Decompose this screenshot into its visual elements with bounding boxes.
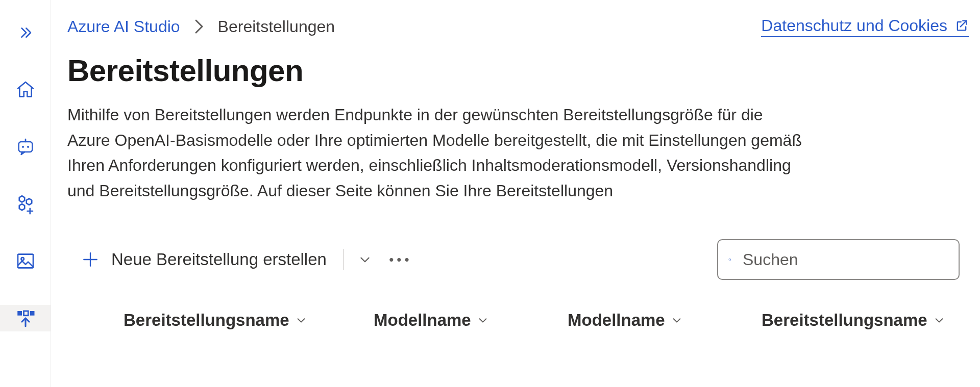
sidebar-item-deployments[interactable] [0, 305, 51, 331]
sidebar-item-chat[interactable] [0, 134, 51, 160]
plus-icon [82, 251, 99, 268]
breadcrumb-root-link[interactable]: Azure AI Studio [67, 17, 180, 36]
more-actions-button[interactable]: ••• [380, 247, 421, 272]
chevron-down-icon [934, 315, 945, 326]
search-input[interactable] [742, 250, 948, 270]
deploy-icon [15, 307, 36, 329]
bot-icon [15, 137, 36, 157]
toolbar-left: Neue Bereitstellung erstellen ••• [67, 247, 421, 272]
page-title: Bereitstellungen [67, 53, 974, 88]
chevron-double-right-icon [18, 25, 33, 40]
chevron-right-icon [194, 19, 204, 34]
sidebar-item-home[interactable] [0, 76, 51, 103]
new-deployment-dropdown[interactable] [350, 247, 380, 272]
new-deployment-button[interactable]: Neue Bereitstellung erstellen [67, 247, 334, 272]
column-header-deployment-name[interactable]: Bereitstellungsname [124, 311, 374, 330]
breadcrumb: Azure AI Studio Bereitstellungen [67, 17, 335, 36]
svg-point-1 [22, 146, 24, 148]
image-icon [15, 251, 36, 271]
sidebar [0, 0, 51, 387]
svg-rect-0 [18, 142, 32, 152]
main-content: Azure AI Studio Bereitstellungen Datensc… [51, 0, 980, 387]
svg-rect-10 [17, 311, 22, 316]
chevron-down-icon [358, 253, 372, 266]
toolbar: Neue Bereitstellung erstellen ••• [67, 239, 974, 280]
sidebar-item-images[interactable] [0, 248, 51, 274]
chevron-down-icon [671, 315, 682, 326]
chevron-down-icon [296, 315, 307, 326]
hexagons-icon [15, 193, 36, 215]
sidebar-expand-button[interactable] [0, 19, 51, 46]
svg-line-16 [730, 260, 731, 261]
table-header-row: Bereitstellungsname Modellname Modellnam… [67, 311, 974, 330]
column-header-model-name-1[interactable]: Modellname [374, 311, 568, 330]
sidebar-item-models[interactable] [0, 191, 51, 217]
svg-point-2 [27, 146, 29, 148]
search-icon [728, 251, 731, 268]
column-header-label: Modellname [568, 311, 665, 330]
external-link-icon [954, 18, 969, 33]
toolbar-divider [343, 249, 344, 270]
svg-rect-8 [18, 254, 33, 268]
svg-marker-4 [26, 199, 32, 205]
new-deployment-label: Neue Bereitstellung erstellen [111, 250, 327, 269]
svg-marker-5 [19, 204, 24, 210]
svg-marker-3 [19, 196, 24, 202]
svg-rect-12 [30, 311, 34, 316]
column-header-label: Modellname [374, 311, 471, 330]
privacy-cookies-label: Datenschutz und Cookies [761, 16, 947, 35]
svg-point-9 [21, 257, 23, 260]
column-header-label: Bereitstellungsname [124, 311, 289, 330]
page-description: Mithilfe von Bereitstellungen werden End… [67, 102, 807, 203]
privacy-cookies-link[interactable]: Datenschutz und Cookies [761, 16, 969, 37]
column-header-label: Bereitstellungsname [762, 311, 927, 330]
search-box[interactable] [717, 239, 960, 280]
breadcrumb-row: Azure AI Studio Bereitstellungen Datensc… [67, 0, 974, 43]
ellipsis-icon: ••• [389, 252, 412, 268]
column-header-model-name-2[interactable]: Modellname [568, 311, 762, 330]
breadcrumb-current: Bereitstellungen [218, 17, 335, 36]
svg-rect-11 [23, 311, 28, 316]
column-header-deployment-name-2[interactable]: Bereitstellungsname [762, 311, 945, 330]
home-icon [15, 80, 36, 100]
chevron-down-icon [477, 315, 488, 326]
